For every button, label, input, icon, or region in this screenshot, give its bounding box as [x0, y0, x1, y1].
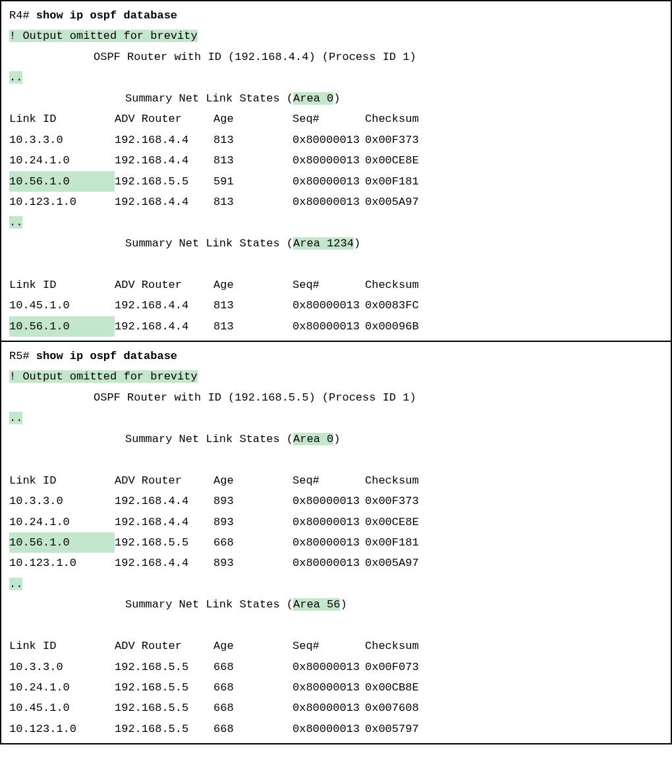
cell-link: 10.123.1.0: [9, 553, 115, 573]
section-title-prefix: Summary Net Link States (: [125, 433, 293, 445]
col-link-header: Link ID: [9, 636, 115, 656]
command-text: show ip ospf database: [36, 9, 177, 22]
col-seq-header: Seq#: [293, 636, 365, 656]
table-row: 10.45.1.0192.168.5.56680x800000130x00760…: [9, 698, 663, 718]
col-seq-header: Seq#: [293, 275, 365, 295]
cell-link: 10.56.1.0: [9, 171, 115, 192]
section-title-prefix: Summary Net Link States (: [125, 92, 293, 105]
cell-link: 10.3.3.0: [9, 491, 115, 511]
section-title-suffix: ): [340, 598, 347, 611]
cell-chk: 0x00F181: [365, 171, 437, 192]
cell-adv: 192.168.4.4: [115, 512, 213, 532]
ellipsis-marker: ..: [9, 71, 22, 84]
col-adv-header: ADV Router: [115, 470, 213, 491]
cell-seq: 0x80000013: [293, 150, 365, 171]
col-chk-header: Checksum: [365, 275, 437, 295]
table-row: 10.24.1.0192.168.5.56680x800000130x00CB8…: [9, 677, 663, 698]
cell-adv: 192.168.5.5: [115, 171, 213, 192]
cell-seq: 0x80000013: [293, 698, 365, 718]
cell-chk: 0x005A97: [365, 553, 437, 573]
cell-link: 10.24.1.0: [9, 512, 115, 532]
cell-link: 10.3.3.0: [9, 657, 115, 677]
col-age-header: Age: [213, 275, 293, 295]
table-row: 10.45.1.0192.168.4.48130x800000130x0083F…: [9, 295, 663, 316]
cell-seq: 0x80000013: [293, 719, 365, 739]
table-row: 10.3.3.0192.168.5.56680x800000130x00F073: [9, 657, 663, 677]
cell-link: 10.45.1.0: [9, 295, 115, 316]
terminal-panel: R5# show ip ospf database! Output omitte…: [0, 342, 672, 744]
cell-seq: 0x80000013: [293, 171, 365, 192]
section-title-suffix: ): [354, 237, 360, 250]
cell-adv: 192.168.5.5: [115, 532, 213, 553]
area-label: Area 0: [293, 433, 333, 445]
command-line: R5# show ip ospf database: [9, 346, 663, 366]
cell-adv: 192.168.5.5: [115, 698, 213, 718]
cell-chk: 0x005797: [365, 719, 437, 739]
ospf-header: OSPF Router with ID (192.168.4.4) (Proce…: [9, 47, 663, 67]
cell-age: 813: [213, 130, 293, 150]
col-link-header: Link ID: [9, 109, 115, 129]
cell-link: 10.45.1.0: [9, 698, 115, 718]
cell-seq: 0x80000013: [293, 512, 365, 532]
cell-seq: 0x80000013: [293, 295, 365, 316]
column-headers: Link IDADV RouterAgeSeq#Checksum: [9, 470, 663, 491]
area-label: Area 1234: [293, 237, 354, 250]
area-label: Area 0: [293, 92, 333, 105]
cell-adv: 192.168.4.4: [115, 491, 213, 511]
blank-line: [9, 254, 663, 274]
cell-age: 813: [213, 316, 293, 337]
column-headers: Link IDADV RouterAgeSeq#Checksum: [9, 275, 663, 295]
command-line: R4# show ip ospf database: [9, 5, 663, 26]
terminal-panel: R4# show ip ospf database! Output omitte…: [0, 0, 672, 342]
cell-age: 813: [213, 192, 293, 212]
cell-age: 668: [213, 677, 293, 698]
cell-adv: 192.168.5.5: [115, 719, 213, 739]
cell-adv: 192.168.4.4: [115, 316, 213, 337]
table-row: 10.56.1.0192.168.4.48130x800000130x00096…: [9, 316, 663, 337]
cell-age: 668: [213, 698, 293, 718]
section-title: Summary Net Link States (Area 56): [9, 594, 663, 615]
cell-age: 668: [213, 532, 293, 553]
prompt-text: R4#: [9, 9, 36, 22]
area-label: Area 56: [293, 598, 340, 611]
table-row: 10.24.1.0192.168.4.48130x800000130x00CE8…: [9, 150, 663, 171]
section-title-suffix: ): [333, 92, 340, 105]
cell-age: 893: [213, 491, 293, 511]
cell-chk: 0x005A97: [365, 192, 437, 212]
cell-seq: 0x80000013: [293, 677, 365, 698]
cell-adv: 192.168.4.4: [115, 192, 213, 212]
col-age-header: Age: [213, 636, 293, 656]
ellipsis-marker: ..: [9, 412, 22, 424]
col-chk-header: Checksum: [365, 109, 437, 129]
cell-adv: 192.168.5.5: [115, 657, 213, 677]
col-age-header: Age: [213, 109, 293, 129]
ellipsis-marker: ..: [9, 216, 22, 229]
cell-age: 893: [213, 512, 293, 532]
cell-seq: 0x80000013: [293, 192, 365, 212]
cell-chk: 0x00CB8E: [365, 677, 437, 698]
cell-age: 668: [213, 719, 293, 739]
table-row: 10.123.1.0192.168.4.48930x800000130x005A…: [9, 553, 663, 573]
cell-seq: 0x80000013: [293, 130, 365, 150]
ellipsis-marker: ..: [9, 578, 22, 590]
table-row: 10.56.1.0192.168.5.56680x800000130x00F18…: [9, 532, 663, 553]
col-seq-header: Seq#: [293, 109, 365, 129]
section-title-prefix: Summary Net Link States (: [125, 237, 293, 250]
col-link-header: Link ID: [9, 275, 115, 295]
table-row: 10.3.3.0192.168.4.48130x800000130x00F373: [9, 130, 663, 150]
section-title-suffix: ): [333, 433, 340, 445]
column-headers: Link IDADV RouterAgeSeq#Checksum: [9, 636, 663, 656]
cell-chk: 0x00F373: [365, 491, 437, 511]
cell-adv: 192.168.4.4: [115, 130, 213, 150]
col-adv-header: ADV Router: [115, 275, 213, 295]
cell-seq: 0x80000013: [293, 491, 365, 511]
cell-age: 813: [213, 295, 293, 316]
table-row: 10.123.1.0192.168.4.48130x800000130x005A…: [9, 192, 663, 212]
cell-adv: 192.168.4.4: [115, 150, 213, 171]
prompt-text: R5#: [9, 350, 36, 362]
cell-seq: 0x80000013: [293, 316, 365, 337]
cell-age: 813: [213, 150, 293, 171]
cell-link: 10.123.1.0: [9, 192, 115, 212]
cell-seq: 0x80000013: [293, 532, 365, 553]
cell-link: 10.24.1.0: [9, 150, 115, 171]
